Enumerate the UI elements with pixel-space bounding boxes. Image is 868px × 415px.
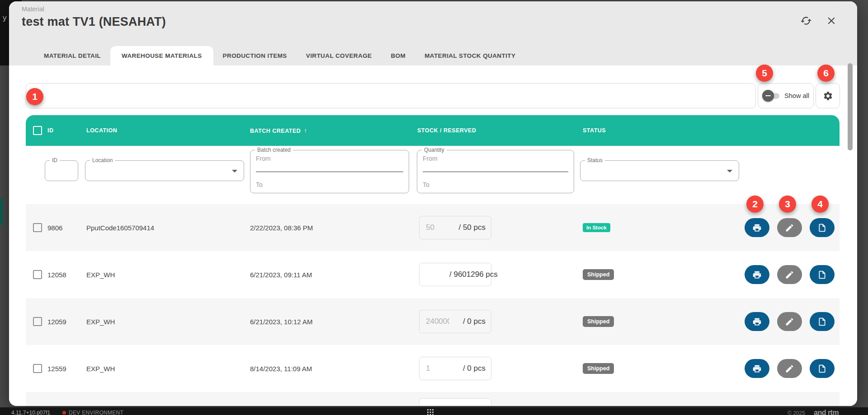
print-button[interactable] xyxy=(745,218,769,237)
filter-quantity-label: Quantity xyxy=(422,147,447,153)
print-button[interactable] xyxy=(745,265,769,284)
edit-button[interactable] xyxy=(777,265,802,284)
page-title: test mat TV1 (NESAHAT) xyxy=(22,15,166,29)
annotation-badge-2: 2 xyxy=(746,196,764,213)
filter-id-field: ID xyxy=(45,160,78,181)
filter-batch-created-group: Batch created xyxy=(250,150,409,193)
tab-bar: MATERIAL DETAIL WAREHOUSE MATERIALS PROD… xyxy=(34,46,525,65)
printer-icon xyxy=(752,223,762,233)
printer-icon xyxy=(752,270,762,280)
document-button[interactable] xyxy=(810,359,835,378)
edit-button[interactable] xyxy=(777,359,802,378)
cell-id: 12058 xyxy=(47,271,86,279)
sort-asc-icon: ↑ xyxy=(304,127,307,134)
status-badge: In Stock xyxy=(583,223,610,232)
tab-warehouse-materials[interactable]: WAREHOUSE MATERIALS xyxy=(110,46,213,65)
tab-material-detail[interactable]: MATERIAL DETAIL xyxy=(34,46,110,65)
tab-production-items[interactable]: PRODUCTION ITEMS xyxy=(213,46,297,65)
show-all-switch[interactable] xyxy=(762,89,780,102)
print-button[interactable] xyxy=(745,312,769,331)
row-checkbox[interactable] xyxy=(33,317,42,326)
gear-icon xyxy=(823,91,833,101)
filter-row: ID Location Batch created Quantity xyxy=(26,146,840,204)
filter-batch-from-input[interactable] xyxy=(256,155,403,162)
row-checkbox[interactable] xyxy=(33,270,42,279)
table-row: 12059 EXP_WH 6/21/2023, 10:12 AM / 0 pcs… xyxy=(26,298,840,345)
column-header-batch-created[interactable]: BATCH CREATED↑ xyxy=(250,127,409,134)
toggle-thumb-icon xyxy=(762,90,774,102)
refresh-icon xyxy=(800,15,812,27)
cell-id: 12059 xyxy=(47,318,86,326)
filter-batch-to-input[interactable] xyxy=(256,181,403,188)
stock-quantity-box: / 9601296 pcs xyxy=(419,263,491,286)
column-header-status[interactable]: STATUS xyxy=(574,127,732,134)
tab-bom[interactable]: BOM xyxy=(381,46,415,65)
copyright: © 2025 xyxy=(788,410,805,415)
print-button[interactable] xyxy=(745,359,769,378)
table-row-partial xyxy=(26,392,840,406)
filter-quantity-to-input[interactable] xyxy=(423,181,568,188)
file-icon xyxy=(817,270,827,280)
pencil-icon xyxy=(785,223,794,233)
document-button[interactable] xyxy=(810,312,835,331)
filter-quantity-from-input[interactable] xyxy=(423,155,568,162)
pencil-icon xyxy=(785,364,794,373)
column-header-location[interactable]: LOCATION xyxy=(86,127,250,134)
tab-material-stock-quantity[interactable]: MATERIAL STOCK QUANTITY xyxy=(415,46,525,65)
edit-button[interactable] xyxy=(777,218,802,237)
reserved-quantity: / 0 pcs xyxy=(449,364,486,373)
pencil-icon xyxy=(785,270,794,280)
stock-quantity-input[interactable] xyxy=(426,364,449,373)
apps-grid-icon[interactable] xyxy=(427,409,434,415)
document-button[interactable] xyxy=(810,218,835,237)
stock-quantity-box: / 0 pcs xyxy=(419,357,491,380)
annotation-badge-5: 5 xyxy=(756,65,773,82)
vertical-scrollbar[interactable] xyxy=(848,63,853,150)
filter-location-field[interactable]: Location xyxy=(85,160,244,181)
cell-id: 12559 xyxy=(47,365,86,373)
stock-quantity-input[interactable] xyxy=(426,317,449,326)
toolbar: Show all xyxy=(26,83,840,108)
annotation-badge-6: 6 xyxy=(817,65,835,82)
row-checkbox[interactable] xyxy=(33,364,42,373)
show-all-toggle[interactable]: Show all xyxy=(758,83,814,108)
column-header-id[interactable]: ID xyxy=(47,127,86,134)
table-header-row: ID LOCATION BATCH CREATED↑ STOCK / RESER… xyxy=(26,115,840,146)
table-settings-button[interactable] xyxy=(816,83,840,108)
app-version: 4.11.7+10.p07f1 xyxy=(11,410,50,415)
filter-status-field[interactable]: Status xyxy=(580,160,739,181)
refresh-button[interactable] xyxy=(798,13,814,28)
filter-batch-created-label: Batch created xyxy=(255,147,293,153)
cell-location: EXP_WH xyxy=(86,271,250,279)
dropdown-arrow-icon xyxy=(232,170,237,173)
material-dialog: Material test mat TV1 (NESAHAT) MATERIAL… xyxy=(9,1,857,406)
edit-button[interactable] xyxy=(777,312,802,331)
close-button[interactable] xyxy=(824,13,839,28)
filter-quantity-group: Quantity xyxy=(417,150,574,193)
stock-quantity-input[interactable] xyxy=(426,270,449,279)
sidebar-accent-strip xyxy=(0,199,3,225)
pencil-icon xyxy=(785,317,794,326)
cell-id: 9806 xyxy=(47,224,86,232)
document-button[interactable] xyxy=(810,265,835,284)
printer-icon xyxy=(752,364,762,373)
annotation-badge-1: 1 xyxy=(26,88,43,105)
status-badge: Shipped xyxy=(583,363,614,374)
status-badge: Shipped xyxy=(583,316,614,327)
search-box xyxy=(26,83,756,108)
dialog-eyebrow: Material xyxy=(22,5,44,13)
background-partial-text: y xyxy=(3,14,7,23)
row-checkbox[interactable] xyxy=(33,223,42,232)
close-icon xyxy=(826,15,837,27)
stock-quantity-input[interactable] xyxy=(426,223,449,232)
cell-location: PputCode1605709414 xyxy=(86,224,250,232)
tab-virtual-coverage[interactable]: VIRTUAL COVERAGE xyxy=(297,46,382,65)
table-row: 12559 EXP_WH 8/14/2023, 11:09 AM / 0 pcs… xyxy=(26,345,840,392)
annotation-badge-3: 3 xyxy=(779,196,796,213)
stock-quantity-box: / 0 pcs xyxy=(419,310,491,333)
column-header-stock-reserved[interactable]: STOCK / RESERVED xyxy=(409,127,574,134)
filter-id-input[interactable] xyxy=(45,161,78,179)
select-all-checkbox[interactable] xyxy=(33,126,42,135)
env-indicator-dot xyxy=(62,411,66,415)
search-input[interactable] xyxy=(33,92,748,100)
